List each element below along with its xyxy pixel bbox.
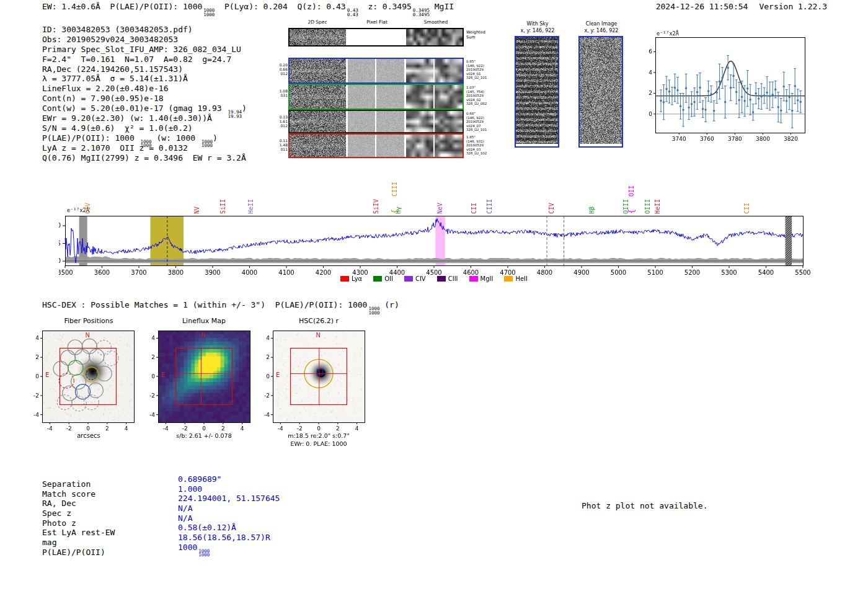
text-segment: Primary Spec_Slot_IFU_AMP: 326_082_034_L…	[42, 45, 241, 54]
hsc-caption-ew-plae: EWr: 0. PLAE: 1000	[272, 440, 365, 447]
spec2d-row-image-0	[290, 29, 463, 45]
match-row-label-1: Match score	[42, 489, 115, 499]
match-row-value-3: N/A	[178, 504, 280, 513]
lineflux-caption: s/b: 2.61 +/- 0.078	[157, 432, 250, 439]
lineflux-map-title: Lineflux Map	[157, 317, 250, 325]
info-line-4: RA,Dec (224.194260,51.157543)	[42, 64, 247, 74]
hsc-caption-morphology: m:18.5 re:2.0" s:0.7"	[272, 432, 365, 439]
line-fit-plot	[639, 30, 818, 148]
spec2d-row-image-1	[290, 59, 463, 82]
spec2d-panel: WeightedSum0.200.660120.85"(146, 922)201…	[288, 28, 464, 159]
info-line-0: ID: 3003482053 (3003482053.pdf)	[42, 25, 247, 35]
legend-swatch	[340, 276, 349, 282]
lineflux-map-plot	[140, 329, 264, 435]
match-row-value-5: 0.58(±0.12)Å	[178, 523, 280, 533]
report-timestamp: 2024-12-26 11:50:54Version 1.22.3	[656, 2, 827, 11]
withsky-title: With Sky	[510, 21, 565, 27]
text-segment: (w: 1000	[152, 133, 200, 143]
text-segment: F=2.4" T=0.161 N=1.07 A=0.82 g=24.7	[42, 55, 231, 64]
legend-label: HeII	[515, 275, 528, 282]
info-line-8: Cont(w) = 5.20(±0.01)e-17 (gmag 19.93 19…	[42, 104, 247, 113]
match-row-value-4: N/A	[178, 513, 280, 523]
info-line-2: Primary Spec_Slot_IFU_AMP: 326_082_034_L…	[42, 45, 247, 55]
clean-image-frame	[578, 36, 623, 148]
photz-note: Phot z plot not available.	[582, 501, 708, 510]
detection-info-block: ID: 3003482053 (3003482053.pdf)Obs: 2019…	[42, 25, 247, 162]
match-row-label-2: RA, Dec	[42, 499, 115, 509]
info-line-13: Q(0.76) MgII(2799) z = 0.3496 EW r = 3.2…	[42, 153, 247, 163]
info-line-9: EWr = 9.20(±2.30) (w: 1.40(±0.30))Å	[42, 113, 247, 123]
legend-label: MgII	[480, 275, 494, 282]
spec2d-row-right-labels-3: 0.68"(146, 922)20190529v024_07326_LU_101	[464, 112, 495, 132]
legend-item-Lyα: Lyα	[340, 275, 362, 282]
info-line-5: λ = 3777.05Å σ = 5.14(±1.31)Å	[42, 74, 247, 84]
match-row-value-0: 0.689689"	[178, 474, 280, 484]
text-segment: (r)	[379, 300, 399, 309]
legend-swatch	[469, 276, 478, 282]
legend-item-CIV: CIV	[404, 275, 426, 282]
spec2d-row-image-3	[290, 111, 463, 132]
text-segment: 1.000	[178, 484, 202, 494]
text-segment: Q(0.76) MgII(2799) z = 0.3496 EW r = 3.2…	[42, 153, 246, 162]
text-segment: 18.56(18.56,18.57)R	[178, 533, 270, 542]
elixer-detection-report: EW: 1.4±0.6Å P(LAE)/P(OII): 100010001000…	[0, 0, 868, 591]
text-segment: 0.689689"	[178, 474, 221, 484]
match-row-label-5: Est LyA rest-EW	[42, 528, 115, 538]
legend-item-MgII: MgII	[469, 275, 494, 282]
match-row-value-1: 1.000	[178, 484, 280, 494]
spec2d-row-0: WeightedSum	[288, 28, 464, 47]
spec2d-row-3: 0.131.610120.68"(146, 922)20190529v024_0…	[288, 110, 464, 133]
legend-swatch	[504, 276, 513, 282]
spec2d-row-left-labels-3: 0.131.61012	[273, 115, 288, 128]
spec2d-col-header-smoothed: Smoothed	[407, 19, 465, 25]
date-text: 2024-12-26 11:50:54	[656, 2, 748, 11]
info-line-3: F=2.4" T=0.161 N=1.07 A=0.82 g=24.7	[42, 55, 247, 64]
legend-swatch	[437, 276, 446, 282]
match-row-value-2: 224.194001, 51.157645	[178, 494, 280, 504]
spec2d-row-image-2	[290, 85, 463, 109]
spec2d-col-header-pixelflat: Pixel Flat	[347, 19, 407, 25]
text-segment: N/A	[178, 513, 192, 523]
stacked-fraction: 10001000	[203, 9, 215, 17]
text-segment: Obs: 20190529v024_3003482053	[42, 35, 178, 44]
info-line-11: P(LAE)/P(OII): 1000 10001000 (w: 1000 10…	[42, 133, 247, 143]
spec2d-row-right-labels-0: WeightedSum	[464, 30, 495, 40]
text-segment: S/N = 4.9(±0.6) χ² = 1.0(±0.2)	[42, 123, 193, 133]
text-segment: )	[242, 104, 247, 113]
fiber-positions-title: Fiber Positions	[42, 317, 135, 325]
text-segment: N/A	[178, 504, 192, 513]
legend-item-CIII: CIII	[437, 275, 458, 282]
spec2d-row-right-labels-4: 1.85"(146, 931)20190529v024_03326_LU_102	[464, 135, 495, 156]
stacked-fraction: 0.34950.3495	[413, 9, 430, 17]
info-line-10: S/N = 4.9(±0.6) χ² = 1.0(±0.2)	[42, 123, 247, 133]
stacked-fraction: 10001000	[368, 307, 379, 315]
legend-label: OII	[384, 275, 393, 282]
spec2d-row-1: 0.200.660120.85"(146, 922)20190529v024_0…	[288, 58, 464, 84]
spec2d-col-header-2dspec: 2D Spec	[288, 19, 347, 25]
legend-swatch	[373, 276, 382, 282]
header-summary: EW: 1.4±0.6Å P(LAE)/P(OII): 100010001000…	[42, 2, 454, 17]
fiber-positions-plot	[24, 329, 148, 435]
hscdex-summary: HSC-DEX : Possible Matches = 1 (within +…	[42, 300, 399, 315]
withsky-coords: x, y: 146, 922	[510, 28, 565, 33]
stacked-fraction: 19.9419.93	[228, 110, 242, 118]
match-table-values: 0.689689"1.000224.194001, 51.157645N/AN/…	[178, 474, 280, 553]
spec2d-row-left-labels-4: 0.111.48011	[273, 138, 288, 151]
text-segment: P(LAE)/P(OII): 1000	[42, 133, 140, 143]
full-spectrum-plot	[59, 171, 812, 276]
info-line-12: LyA z = 2.1070 OII z = 0.0132	[42, 143, 247, 153]
hsc-cutout-plot	[254, 329, 378, 435]
withsky-image	[516, 37, 558, 144]
clean-image	[580, 37, 622, 144]
spec2d-row-image-4	[290, 135, 463, 157]
text-segment: MgII	[430, 2, 454, 11]
match-row-label-4: Photo z	[42, 518, 115, 528]
text-segment: EWr = 9.20(±2.30) (w: 1.40(±0.30))Å	[42, 113, 212, 123]
stacked-fraction: 0.430.43	[347, 9, 358, 17]
clean-image-coords: x, y: 146, 922	[574, 28, 629, 33]
hsc-cutout-title: HSC(26.2) r	[272, 317, 365, 325]
spec2d-row-2: 1.080311.03"(145, 754)20190529v024_02326…	[288, 84, 464, 110]
spec2d-row-4: 0.111.480111.85"(146, 931)20190529v024_0…	[288, 133, 464, 158]
text-segment: 224.194001, 51.157645	[178, 494, 280, 503]
version-text: Version 1.22.3	[759, 2, 827, 11]
